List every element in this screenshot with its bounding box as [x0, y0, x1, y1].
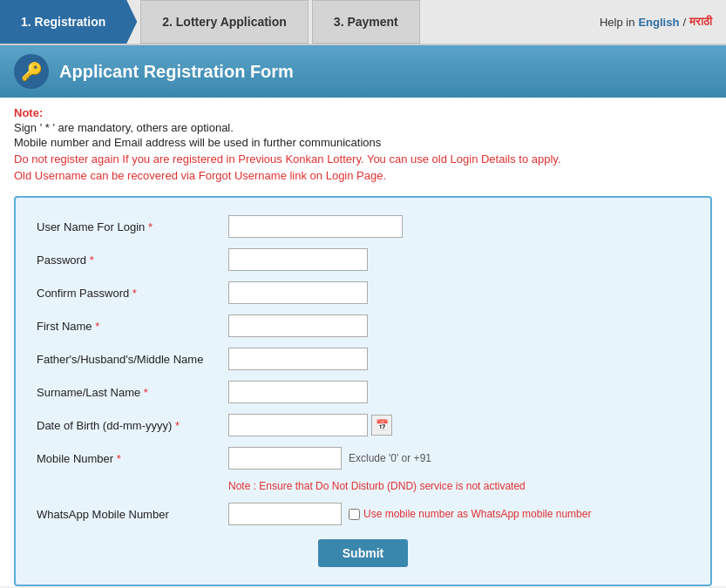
confirm-password-input[interactable] — [228, 281, 368, 304]
middle-name-input[interactable] — [228, 348, 368, 370]
tab-payment[interactable]: 3. Payment — [312, 0, 420, 44]
mobile-hint: Exclude '0' or +91 — [349, 452, 431, 464]
whatsapp-label: WhatsApp Mobile Number — [37, 508, 228, 521]
main-content: 🔑 Applicant Registration Form Note: Sign… — [0, 45, 726, 586]
username-label: User Name For Login * — [37, 220, 228, 233]
whatsapp-checkbox-label[interactable]: Use mobile number as WhatsApp mobile num… — [349, 508, 591, 520]
whatsapp-checkbox[interactable] — [349, 509, 360, 520]
confirm-password-row: Confirm Password * — [37, 281, 689, 304]
help-area: Help in English / मराठी — [600, 15, 726, 29]
password-row: Password * — [37, 248, 689, 271]
note-warning2: Old Username can be recovered via Forgot… — [14, 169, 712, 182]
username-row: User Name For Login * — [37, 215, 689, 238]
mobile-row: Mobile Number * Exclude '0' or +91 — [37, 447, 689, 470]
help-label: Help in — [600, 16, 634, 29]
note-warning1: Do not register again If you are registe… — [14, 152, 712, 166]
marathi-link[interactable]: मराठी — [689, 15, 712, 29]
submit-button[interactable]: Submit — [318, 539, 408, 567]
form-header-icon: 🔑 — [14, 54, 49, 89]
first-name-input[interactable] — [228, 314, 368, 337]
last-name-input[interactable] — [228, 381, 368, 403]
english-link[interactable]: English — [638, 16, 679, 29]
whatsapp-input[interactable] — [228, 503, 342, 525]
last-name-row: Surname/Last Name * — [37, 381, 689, 403]
note-line2: Mobile number and Email address will be … — [14, 136, 712, 149]
middle-name-row: Father's/Husband's/Middle Name — [37, 348, 689, 370]
first-name-row: First Name * — [37, 314, 689, 337]
top-nav: 1. Registration 2. Lottery Application 3… — [0, 0, 726, 45]
form-header-title: Applicant Registration Form — [59, 62, 294, 82]
dob-input[interactable] — [228, 414, 368, 436]
dnd-note: Note : Ensure that Do Not Disturb (DND) … — [228, 480, 689, 492]
dob-label: Date of Birth (dd-mm-yyyy) * — [37, 419, 228, 432]
mobile-input[interactable] — [228, 447, 342, 470]
mobile-label: Mobile Number * — [37, 452, 228, 465]
confirm-password-label: Confirm Password * — [37, 287, 228, 300]
separator: / — [682, 16, 686, 29]
dob-row: Date of Birth (dd-mm-yyyy) * 📅 — [37, 414, 689, 436]
last-name-label: Surname/Last Name * — [37, 386, 228, 399]
first-name-label: First Name * — [37, 320, 228, 333]
note-line1: Sign ' * ' are mandatory, others are opt… — [14, 121, 712, 134]
whatsapp-row: WhatsApp Mobile Number Use mobile number… — [37, 503, 689, 525]
password-label: Password * — [37, 253, 228, 267]
username-input[interactable] — [228, 215, 403, 238]
password-input[interactable] — [228, 248, 368, 271]
calendar-icon[interactable]: 📅 — [371, 415, 392, 436]
notes-section: Note: Sign ' * ' are mandatory, others a… — [0, 98, 726, 187]
form-container: User Name For Login * Password * Confirm… — [14, 196, 712, 586]
tab-registration[interactable]: 1. Registration — [0, 0, 137, 44]
form-header: 🔑 Applicant Registration Form — [0, 45, 726, 98]
tab-lottery-application[interactable]: 2. Lottery Application — [140, 0, 309, 44]
note-label: Note: — [14, 106, 712, 119]
middle-name-label: Father's/Husband's/Middle Name — [37, 353, 228, 366]
whatsapp-checkbox-text: Use mobile number as WhatsApp mobile num… — [363, 508, 591, 520]
dob-wrapper: 📅 — [228, 414, 392, 436]
submit-row: Submit — [37, 539, 689, 567]
